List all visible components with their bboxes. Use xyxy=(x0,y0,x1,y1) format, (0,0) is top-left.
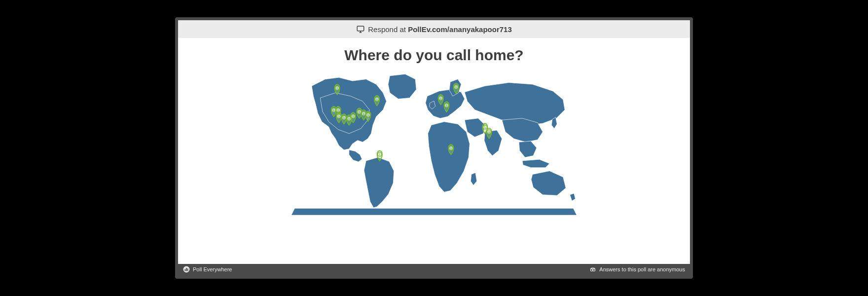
pin-count: 1 xyxy=(376,98,378,101)
brand-logo-icon xyxy=(183,266,190,273)
pin-count: 1 xyxy=(338,114,340,118)
svg-point-24 xyxy=(593,269,595,271)
respond-prefix: Respond at xyxy=(368,25,406,34)
anonymous-text: Answers to this poll are anonymous xyxy=(599,266,685,272)
brand: Poll Everywhere xyxy=(183,266,232,273)
brand-name: Poll Everywhere xyxy=(193,266,232,272)
svg-rect-20 xyxy=(185,269,186,271)
world-map[interactable]: 111111111111111111 xyxy=(178,66,690,264)
respond-text: Respond at PollEv.com/ananyakapoor713 xyxy=(368,25,512,34)
pin-count: 1 xyxy=(446,104,448,107)
pin-count: 1 xyxy=(440,97,442,100)
pin-count: 1 xyxy=(348,117,350,120)
pin-count: 1 xyxy=(363,112,365,115)
svg-rect-22 xyxy=(187,268,188,271)
respond-bar: Respond at PollEv.com/ananyakapoor713 xyxy=(178,20,690,38)
pin-count: 1 xyxy=(379,152,381,156)
poll-slide: Respond at PollEv.com/ananyakapoor713 Wh… xyxy=(178,20,690,264)
pin-count: 1 xyxy=(343,116,345,119)
pin-count: 1 xyxy=(484,125,486,129)
pin-count: 1 xyxy=(455,85,457,89)
pin-count: 1 xyxy=(450,147,452,150)
anonymous-notice: Answers to this poll are anonymous xyxy=(589,266,685,273)
svg-rect-0 xyxy=(357,26,364,31)
respond-url[interactable]: PollEv.com/ananyakapoor713 xyxy=(408,25,512,34)
mask-icon xyxy=(589,266,596,273)
pin-count: 1 xyxy=(367,113,369,116)
poll-question: Where do you call home? xyxy=(178,47,690,64)
footer-bar: Poll Everywhere Answers to this poll are… xyxy=(178,264,690,276)
presentation-frame: Respond at PollEv.com/ananyakapoor713 Wh… xyxy=(175,17,693,279)
pin-count: 1 xyxy=(336,86,338,90)
pin-count: 1 xyxy=(359,110,361,113)
pin-count: 1 xyxy=(337,109,339,112)
svg-rect-21 xyxy=(186,268,187,271)
svg-point-23 xyxy=(591,269,593,271)
pin-count: 1 xyxy=(352,114,354,118)
pin-count: 1 xyxy=(488,130,490,134)
respond-icon xyxy=(356,25,365,34)
pin-count: 1 xyxy=(333,109,335,112)
